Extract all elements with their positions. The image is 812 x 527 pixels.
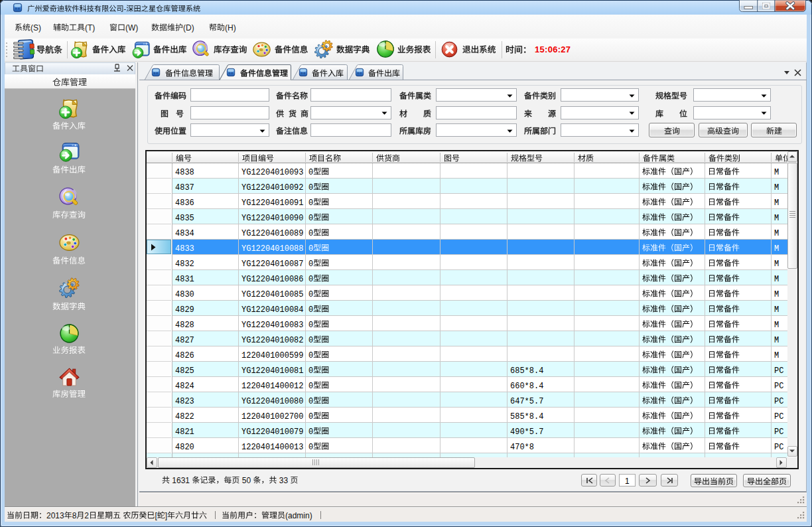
svg-text:0: 0 [308, 366, 313, 375]
svg-text:YG12204010088: YG12204010088 [241, 244, 304, 253]
svg-text:470*8: 470*8 [510, 442, 534, 451]
svg-text:4829: 4829 [175, 305, 194, 314]
svg-text:YG12204010092: YG12204010092 [241, 183, 304, 192]
svg-text:1220401002700: 1220401002700 [241, 412, 304, 421]
svg-text:M: M [774, 320, 779, 329]
svg-text:YG12204010091: YG12204010091 [241, 198, 304, 207]
svg-text:YG12204010084: YG12204010084 [241, 305, 304, 314]
svg-text:YG12204010083: YG12204010083 [241, 320, 304, 329]
svg-text:0: 0 [308, 396, 313, 406]
svg-text:4833: 4833 [175, 244, 194, 253]
svg-text:YG12204010089: YG12204010089 [241, 228, 304, 238]
svg-text:4825: 4825 [175, 366, 194, 375]
svg-text:0: 0 [308, 335, 313, 344]
svg-text:PC: PC [774, 396, 783, 406]
svg-text:4826: 4826 [175, 350, 194, 360]
svg-text:1220401400013: 1220401400013 [241, 442, 304, 451]
svg-text:4830: 4830 [175, 289, 194, 299]
svg-text:M: M [774, 213, 779, 222]
svg-text:4827: 4827 [175, 335, 194, 344]
svg-text:0: 0 [308, 228, 313, 238]
svg-text:585*8.4: 585*8.4 [510, 412, 543, 421]
svg-text:0: 0 [308, 289, 313, 299]
svg-text:(W): (W) [125, 23, 138, 33]
svg-text:0: 0 [308, 412, 313, 421]
svg-text:4832: 4832 [175, 259, 194, 268]
svg-text:2: 2 [84, 510, 89, 520]
svg-text:490*5.7: 490*5.7 [510, 427, 543, 436]
svg-text:0: 0 [308, 381, 313, 390]
svg-text:4837: 4837 [175, 183, 194, 192]
svg-text:YG12204010090: YG12204010090 [241, 213, 304, 222]
svg-text:0: 0 [308, 198, 313, 207]
svg-text:1631: 1631 [172, 476, 190, 485]
svg-text:0: 0 [308, 305, 313, 314]
svg-text:M: M [774, 167, 779, 177]
svg-text:(admin): (admin) [285, 510, 312, 520]
svg-text:4834: 4834 [175, 228, 194, 238]
svg-text:YG12204010080: YG12204010080 [241, 396, 304, 406]
svg-text:0: 0 [308, 350, 313, 360]
svg-text:647*5.7: 647*5.7 [510, 396, 543, 406]
svg-text:33: 33 [279, 476, 289, 485]
svg-text:0: 0 [308, 274, 313, 283]
svg-text:YG12204010086: YG12204010086 [241, 274, 304, 283]
svg-text:M: M [774, 274, 779, 283]
svg-text:0: 0 [308, 259, 313, 268]
svg-text:0: 0 [308, 167, 313, 177]
svg-text:4822: 4822 [175, 412, 194, 421]
svg-text:4835: 4835 [175, 213, 194, 222]
svg-text:]: ] [165, 510, 167, 520]
svg-text:[: [ [155, 510, 157, 520]
svg-text:1220401400012: 1220401400012 [241, 381, 304, 390]
svg-text:4838: 4838 [175, 167, 194, 177]
svg-text:0: 0 [308, 213, 313, 222]
svg-text:4823: 4823 [175, 396, 194, 406]
svg-text:YG12204010093: YG12204010093 [241, 167, 304, 177]
svg-text:(D): (D) [183, 23, 194, 33]
svg-text:685*8.4: 685*8.4 [510, 366, 543, 375]
svg-text:M: M [774, 350, 779, 360]
svg-text:(H): (H) [225, 23, 236, 33]
svg-text:0: 0 [308, 442, 313, 451]
svg-text:660*8.4: 660*8.4 [510, 381, 543, 390]
svg-text:1: 1 [625, 476, 630, 485]
svg-text:PC: PC [774, 412, 783, 421]
svg-text:(T): (T) [85, 23, 95, 33]
svg-text:4836: 4836 [175, 198, 194, 207]
svg-text:50: 50 [242, 476, 251, 485]
svg-text:0: 0 [308, 427, 313, 436]
svg-text:15:06:27: 15:06:27 [535, 44, 571, 54]
svg-text:M: M [774, 228, 779, 238]
svg-text:M: M [774, 183, 779, 192]
svg-text:0: 0 [308, 244, 313, 253]
svg-text:M: M [774, 305, 779, 314]
svg-text:YG12204010081: YG12204010081 [241, 366, 304, 375]
svg-text:M: M [774, 335, 779, 344]
svg-text:0: 0 [308, 183, 313, 192]
svg-text:8: 8 [72, 510, 77, 520]
svg-text:4820: 4820 [175, 442, 194, 451]
svg-text:(S): (S) [31, 23, 41, 33]
svg-text:YG12204010087: YG12204010087 [241, 259, 304, 268]
svg-text:4831: 4831 [175, 274, 194, 283]
svg-text:YG12204010079: YG12204010079 [241, 427, 304, 436]
svg-text:YG12204010082: YG12204010082 [241, 335, 304, 344]
svg-text:PC: PC [774, 442, 783, 451]
svg-text:M: M [774, 259, 779, 268]
svg-text:PC: PC [774, 366, 783, 375]
svg-text:YG12204010085: YG12204010085 [241, 289, 304, 299]
svg-text:1220401000599: 1220401000599 [241, 350, 304, 360]
svg-text:4828: 4828 [175, 320, 194, 329]
svg-text:PC: PC [774, 427, 783, 436]
svg-text:-: - [124, 5, 127, 13]
svg-text:2013: 2013 [46, 510, 64, 520]
svg-text:M: M [774, 198, 779, 207]
svg-text:4824: 4824 [175, 381, 194, 390]
svg-text:0: 0 [308, 320, 313, 329]
svg-text:M: M [774, 289, 779, 299]
svg-text:4821: 4821 [175, 427, 194, 436]
svg-text:M: M [774, 244, 779, 253]
svg-text:PC: PC [774, 381, 783, 390]
